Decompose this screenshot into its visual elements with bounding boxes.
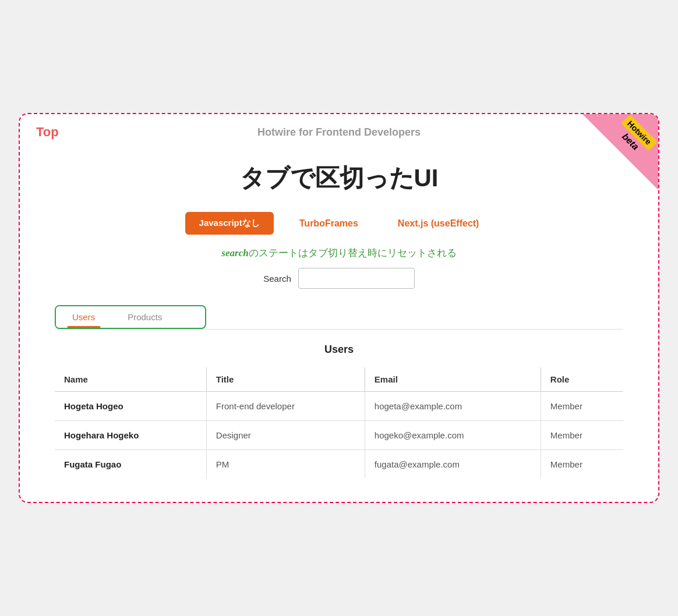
page-container: Hotwire beta Top Hotwire for Frontend De… bbox=[19, 113, 659, 503]
table-row: Fugata Fugao PM fugata@example.com Membe… bbox=[55, 450, 623, 479]
users-table: Name Title Email Role Hogeta Hogeo Front… bbox=[55, 367, 623, 479]
data-tabs-section: Users Products bbox=[55, 305, 623, 330]
corner-badge: Hotwire beta bbox=[582, 114, 658, 190]
tab-button-turbo-frames[interactable]: TurboFrames bbox=[285, 212, 372, 235]
cell-name: Hogehara Hogeko bbox=[55, 421, 206, 450]
note-text: searchのステートはタブ切り替え時にリセットされる bbox=[55, 246, 623, 260]
main-content: タブで区切ったUI Javascriptなし TurboFrames Next.… bbox=[20, 150, 658, 502]
top-nav-link[interactable]: Top bbox=[36, 125, 59, 140]
tab-button-next-js[interactable]: Next.js (useEffect) bbox=[384, 212, 493, 235]
header: Top Hotwire for Frontend Developers bbox=[20, 114, 658, 150]
data-tab-products[interactable]: Products bbox=[111, 306, 178, 328]
cell-role: Member bbox=[541, 392, 623, 421]
cell-role: Member bbox=[541, 421, 623, 450]
note-highlight: search bbox=[221, 247, 248, 259]
note-suffix: のステートはタブ切り替え時にリセットされる bbox=[249, 247, 457, 259]
table-header-row: Name Title Email Role bbox=[55, 367, 623, 392]
table-row: Hogehara Hogeko Designer hogeko@example.… bbox=[55, 421, 623, 450]
col-header-role: Role bbox=[541, 367, 623, 392]
search-row: Search bbox=[55, 268, 623, 289]
cell-role: Member bbox=[541, 450, 623, 479]
cell-email: hogeko@example.com bbox=[365, 421, 541, 450]
table-row: Hogeta Hogeo Front-end developer hogeta@… bbox=[55, 392, 623, 421]
cell-email: fugata@example.com bbox=[365, 450, 541, 479]
data-tabs: Users Products bbox=[55, 305, 206, 329]
cell-email: hogeta@example.com bbox=[365, 392, 541, 421]
cell-title: Front-end developer bbox=[206, 392, 365, 421]
page-heading: タブで区切ったUI bbox=[55, 162, 623, 194]
tab-divider bbox=[55, 329, 623, 330]
col-header-name: Name bbox=[55, 367, 206, 392]
col-header-title: Title bbox=[206, 367, 365, 392]
cell-name: Hogeta Hogeo bbox=[55, 392, 206, 421]
tab-button-js-nashi[interactable]: Javascriptなし bbox=[185, 212, 274, 235]
col-header-email: Email bbox=[365, 367, 541, 392]
data-tab-users[interactable]: Users bbox=[56, 306, 111, 328]
table-section-title: Users bbox=[55, 344, 623, 356]
cell-name: Fugata Fugao bbox=[55, 450, 206, 479]
tab-buttons-group: Javascriptなし TurboFrames Next.js (useEff… bbox=[55, 212, 623, 235]
table-body: Hogeta Hogeo Front-end developer hogeta@… bbox=[55, 392, 623, 479]
table-head: Name Title Email Role bbox=[55, 367, 623, 392]
cell-title: PM bbox=[206, 450, 365, 479]
header-title: Hotwire for Frontend Developers bbox=[257, 126, 421, 139]
search-input[interactable] bbox=[298, 268, 415, 289]
cell-title: Designer bbox=[206, 421, 365, 450]
search-label: Search bbox=[263, 274, 291, 284]
